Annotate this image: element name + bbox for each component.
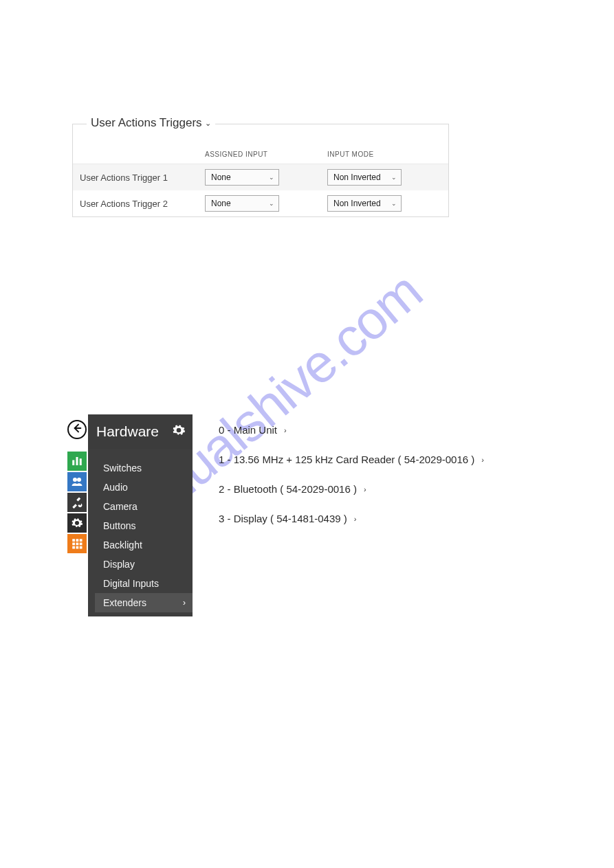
sidebar-item-camera[interactable]: Camera [88,497,193,516]
svg-point-4 [77,478,81,482]
svg-rect-1 [76,457,78,465]
chevron-down-icon: ⌄ [391,174,397,181]
sidebar-title: Hardware [96,423,159,440]
extender-label: 0 - Main Unit [219,424,277,436]
chevron-right-icon: › [481,456,484,464]
svg-rect-8 [72,543,75,546]
input-mode-select[interactable]: Non Inverted ⌄ [327,169,402,186]
header-assigned-input: ASSIGNED INPUT [205,151,327,158]
svg-rect-7 [80,539,83,542]
panel-title[interactable]: User Actions Triggers ⌄ [87,116,215,130]
svg-rect-13 [80,546,83,549]
svg-point-3 [73,478,77,482]
users-icon[interactable] [67,472,87,491]
sidebar-item-label: Backlight [103,539,142,550]
sidebar-item-label: Buttons [103,520,135,531]
svg-rect-0 [72,460,74,466]
sidebar-item-display[interactable]: Display [88,555,193,574]
input-mode-select[interactable]: Non Inverted ⌄ [327,195,402,212]
assigned-input-select[interactable]: None ⌄ [205,195,279,212]
table-header: ASSIGNED INPUT INPUT MODE [73,124,448,164]
chevron-down-icon: ⌄ [269,200,274,207]
sidebar-item-switches[interactable]: Switches [88,458,193,478]
chevron-down-icon: ⌄ [391,200,397,207]
sidebar-item-label: Extenders [103,597,146,608]
chevron-down-icon: ⌄ [205,119,211,128]
hardware-section: Hardware Switches Audio Camera Buttons B… [67,414,484,616]
svg-rect-10 [80,543,83,546]
svg-rect-6 [76,539,79,542]
user-actions-triggers-panel: User Actions Triggers ⌄ ASSIGNED INPUT I… [72,124,449,217]
sidebar-header: Hardware [88,414,193,449]
icon-rail [67,452,87,553]
sidebar-item-label: Switches [103,463,142,474]
select-value: None [211,199,231,208]
sidebar-item-label: Camera [103,501,138,512]
svg-rect-12 [76,546,79,549]
sidebar-item-extenders[interactable]: Extenders › [95,593,193,612]
select-value: Non Inverted [333,173,381,182]
chevron-right-icon: › [364,485,366,493]
sidebar-item-audio[interactable]: Audio [88,478,193,497]
chevron-right-icon: › [284,426,287,434]
chevron-right-icon: › [354,515,357,523]
row-label: User Actions Trigger 2 [73,199,205,209]
assigned-input-select[interactable]: None ⌄ [205,169,279,186]
sidebar-item-label: Display [103,559,135,570]
chevron-down-icon: ⌄ [269,174,274,181]
sidebar-list: Switches Audio Camera Buttons Backlight … [88,449,193,616]
gear-icon[interactable] [172,423,186,440]
extender-item[interactable]: 1 - 13.56 MHz + 125 kHz Card Reader ( 54… [219,454,484,465]
panel-title-text: User Actions Triggers [91,116,202,130]
sidebar-item-label: Digital Inputs [103,578,159,589]
svg-rect-9 [76,543,79,546]
chevron-right-icon: › [183,598,186,608]
back-button[interactable] [67,420,87,439]
sidebar: Hardware Switches Audio Camera Buttons B… [88,414,193,616]
grid-icon[interactable] [67,534,87,553]
select-value: Non Inverted [333,199,381,208]
svg-rect-11 [72,546,75,549]
extender-list: 0 - Main Unit › 1 - 13.56 MHz + 125 kHz … [219,414,484,542]
extender-label: 1 - 13.56 MHz + 125 kHz Card Reader ( 54… [219,454,474,465]
tools-icon[interactable] [67,493,87,512]
sidebar-item-buttons[interactable]: Buttons [88,516,193,535]
extender-label: 2 - Bluetooth ( 54-2029-0016 ) [219,483,357,495]
sidebar-item-label: Audio [103,482,128,493]
table-row: User Actions Trigger 2 None ⌄ Non Invert… [73,190,448,216]
extender-item[interactable]: 3 - Display ( 54-1481-0439 ) › [219,513,484,524]
svg-rect-5 [72,539,75,542]
extender-item[interactable]: 0 - Main Unit › [219,424,484,436]
dashboard-icon[interactable] [67,452,87,471]
row-label: User Actions Trigger 1 [73,173,205,183]
header-input-mode: INPUT MODE [327,151,448,158]
gear-icon[interactable] [67,513,87,533]
svg-rect-2 [80,458,82,465]
select-value: None [211,173,231,182]
sidebar-item-digital-inputs[interactable]: Digital Inputs [88,574,193,593]
table-row: User Actions Trigger 1 None ⌄ Non Invert… [73,164,448,190]
extender-item[interactable]: 2 - Bluetooth ( 54-2029-0016 ) › [219,483,484,495]
arrow-left-icon [72,423,83,436]
extender-label: 3 - Display ( 54-1481-0439 ) [219,513,347,524]
sidebar-item-backlight[interactable]: Backlight [88,535,193,555]
header-blank [73,151,205,158]
